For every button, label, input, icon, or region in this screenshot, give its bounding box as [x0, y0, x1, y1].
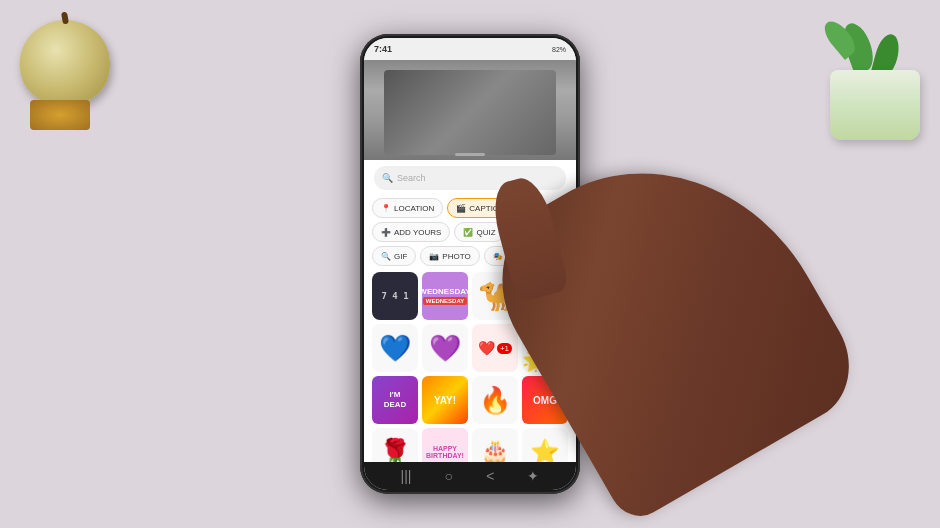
camera-inner: [384, 70, 556, 155]
sticker-wednesday[interactable]: WEDNESDAY WEDNESDAY: [422, 272, 468, 320]
gif-icon: 🔍: [381, 252, 391, 261]
left-decoration: [20, 20, 130, 130]
plant-pot: [830, 70, 920, 140]
photo-icon: 📷: [429, 252, 439, 261]
sticker-birthday[interactable]: HAPPYBIRTHDAY!: [422, 428, 468, 462]
pill-gif[interactable]: 🔍 GIF: [372, 246, 416, 266]
pill-location[interactable]: 📍 LOCATION: [372, 198, 443, 218]
marble-apple: [20, 20, 110, 105]
nav-back-icon[interactable]: <: [486, 468, 494, 484]
search-icon: 🔍: [382, 173, 393, 183]
camera-preview: [364, 60, 576, 160]
nav-menu-icon[interactable]: |||: [401, 468, 412, 484]
sticker-yay[interactable]: YAY!: [422, 376, 468, 424]
quiz-icon: ✅: [463, 228, 473, 237]
pill-add-yours-label: ADD YOURS: [394, 228, 441, 237]
pill-location-label: LOCATION: [394, 204, 434, 213]
sticker-fire[interactable]: 🔥: [472, 376, 518, 424]
pill-photo-label: PHOTO: [442, 252, 470, 261]
search-placeholder: Search: [397, 173, 426, 183]
avatar-icon: 🎭: [493, 252, 503, 261]
drag-handle[interactable]: [455, 153, 485, 156]
sticker-rose[interactable]: 🌹: [372, 428, 418, 462]
clock-base: [30, 100, 90, 130]
pill-photo[interactable]: 📷 PHOTO: [420, 246, 479, 266]
sticker-blue-heart[interactable]: 💙: [372, 324, 418, 372]
sticker-purple-heart[interactable]: 💜: [422, 324, 468, 372]
status-icons: 82%: [552, 46, 566, 53]
pill-gif-label: GIF: [394, 252, 407, 261]
battery-icon: 82%: [552, 46, 566, 53]
sticker-like[interactable]: ❤️+1: [472, 324, 518, 372]
sticker-cake[interactable]: 🎂: [472, 428, 518, 462]
hand: [530, 158, 810, 478]
status-time: 7:41: [374, 44, 392, 54]
location-icon: 📍: [381, 204, 391, 213]
pill-quiz-label: QUIZ: [476, 228, 495, 237]
nav-home-icon[interactable]: ○: [445, 468, 453, 484]
captions-icon: 🎬: [456, 204, 466, 213]
pill-add-yours[interactable]: ➕ ADD YOURS: [372, 222, 450, 242]
right-decoration: [805, 10, 925, 140]
sticker-741[interactable]: 7 4 1: [372, 272, 418, 320]
status-bar: 7:41 82%: [364, 38, 576, 60]
sticker-imdead[interactable]: I'MDEAD: [372, 376, 418, 424]
add-yours-icon: ➕: [381, 228, 391, 237]
